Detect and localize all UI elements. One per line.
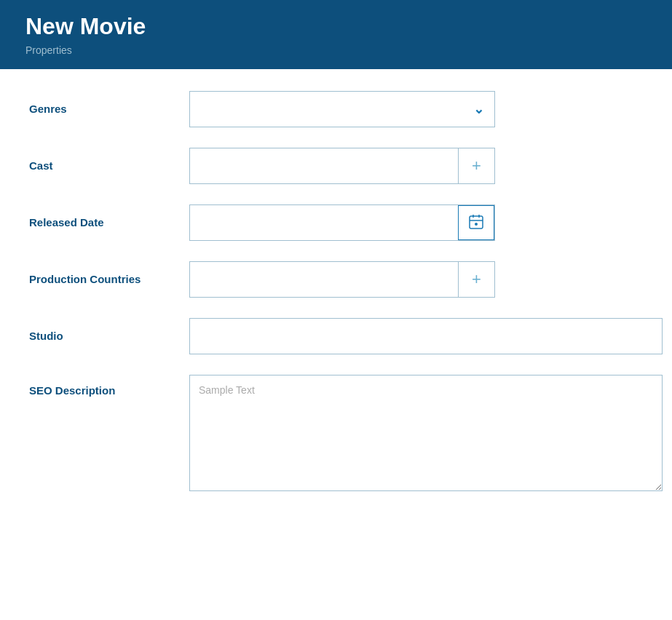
studio-row: Studio [29, 318, 643, 354]
cast-label: Cast [29, 159, 189, 173]
plus-icon: + [472, 156, 481, 175]
page-subtitle: Properties [25, 44, 647, 56]
genres-row: Genres ⌄ [29, 91, 643, 127]
studio-label: Studio [29, 329, 189, 343]
page-title: New Movie [25, 13, 647, 40]
seo-description-control [189, 375, 663, 494]
chevron-down-icon: ⌄ [473, 101, 484, 117]
released-date-input[interactable] [190, 205, 458, 240]
calendar-button[interactable] [458, 205, 494, 240]
studio-control [189, 318, 663, 354]
production-countries-add-button[interactable]: + [458, 262, 494, 297]
genres-control: ⌄ [189, 91, 643, 127]
released-date-row: Released Date [29, 204, 643, 241]
production-countries-input-wrapper: + [189, 261, 495, 298]
production-countries-input[interactable] [190, 262, 458, 297]
svg-rect-0 [470, 216, 483, 228]
seo-description-label: SEO Description [29, 375, 189, 398]
seo-description-row: SEO Description [29, 375, 643, 494]
form-content: Genres ⌄ Cast + Released Date [0, 69, 672, 536]
date-input-wrapper [189, 204, 495, 241]
production-countries-control: + [189, 261, 643, 298]
genres-label: Genres [29, 102, 189, 116]
released-date-label: Released Date [29, 215, 189, 230]
cast-input[interactable] [190, 148, 458, 183]
production-countries-row: Production Countries + [29, 261, 643, 298]
production-countries-label: Production Countries [29, 272, 189, 287]
cast-row: Cast + [29, 148, 643, 184]
seo-description-textarea[interactable] [189, 375, 663, 491]
studio-input[interactable] [189, 318, 663, 354]
page-header: New Movie Properties [0, 0, 672, 69]
released-date-control [189, 204, 643, 241]
cast-add-button[interactable]: + [458, 148, 494, 183]
calendar-icon [467, 213, 485, 233]
cast-input-wrapper: + [189, 148, 495, 184]
cast-control: + [189, 148, 643, 184]
svg-point-4 [475, 223, 478, 226]
plus-icon: + [472, 270, 481, 289]
genres-dropdown[interactable]: ⌄ [189, 91, 495, 127]
